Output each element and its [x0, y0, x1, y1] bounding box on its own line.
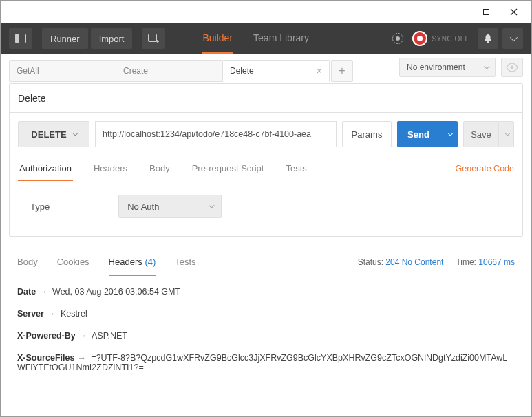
new-window-button[interactable]: [142, 28, 165, 49]
import-button[interactable]: Import: [91, 28, 133, 49]
sync-label: SYNC OFF: [432, 35, 469, 43]
response-header-row: X-Powered-By→ ASP.NET: [17, 331, 515, 341]
tab-getall[interactable]: GetAll: [9, 60, 116, 82]
environment-quicklook-button[interactable]: [501, 58, 523, 77]
response-time: Time: 10667 ms: [456, 257, 515, 267]
nav-team-library[interactable]: Team Library: [253, 23, 309, 54]
tab-label: GetAll: [17, 66, 39, 76]
panel-icon: [15, 34, 26, 43]
window-minimize-button[interactable]: [445, 2, 472, 21]
window-maximize-button[interactable]: [472, 2, 500, 21]
eye-icon: [506, 63, 518, 72]
sync-status-icon[interactable]: [412, 31, 427, 46]
tab-label: Create: [123, 66, 148, 76]
bell-icon: [483, 34, 493, 43]
params-button[interactable]: Params: [342, 121, 392, 147]
response-header-row: X-SourceFiles→ =?UTF-8?B?QzpcdG1wXFRvZG9…: [17, 353, 515, 372]
tab-label: Delete: [230, 66, 254, 76]
response-header-row: Server→ Kestrel: [17, 309, 515, 319]
svg-rect-6: [149, 34, 157, 42]
chevron-down-icon: [209, 202, 214, 208]
response-headers-list: Date→ Wed, 03 Aug 2016 03:06:54 GMTServe…: [9, 276, 523, 396]
subtab-authorization[interactable]: Authorization: [18, 156, 73, 181]
subtab-headers[interactable]: Headers: [92, 156, 129, 181]
response-tab-headers[interactable]: Headers (4): [109, 248, 156, 276]
response-tab-headers-label: Headers: [109, 257, 142, 267]
settings-dropdown[interactable]: [502, 28, 523, 49]
response-tab-tests[interactable]: Tests: [175, 248, 195, 276]
chevron-down-icon: [447, 130, 453, 136]
send-button[interactable]: Send: [397, 121, 440, 147]
send-dropdown[interactable]: [440, 121, 458, 147]
subtab-body[interactable]: Body: [148, 156, 171, 181]
interceptor-icon[interactable]: [387, 28, 408, 49]
notifications-button[interactable]: [478, 28, 498, 49]
tab-close-button[interactable]: ×: [317, 65, 322, 76]
http-method-label: DELETE: [31, 129, 66, 140]
http-method-select[interactable]: DELETE: [18, 121, 89, 147]
save-button[interactable]: Save: [463, 121, 499, 147]
runner-button[interactable]: Runner: [42, 28, 88, 49]
environment-label: No environment: [407, 63, 465, 72]
tab-delete[interactable]: Delete ×: [222, 60, 330, 82]
save-dropdown[interactable]: [499, 121, 514, 147]
svg-rect-5: [16, 34, 19, 43]
tab-create[interactable]: Create: [116, 60, 223, 82]
response-tab-body[interactable]: Body: [17, 248, 38, 276]
response-status: Status: 204 No Content: [358, 257, 444, 267]
url-input[interactable]: [95, 121, 337, 147]
subtab-tests[interactable]: Tests: [284, 156, 308, 181]
request-name[interactable]: Delete: [10, 84, 522, 113]
svg-point-12: [511, 66, 514, 70]
auth-type-select[interactable]: No Auth: [118, 195, 222, 218]
response-header-row: Date→ Wed, 03 Aug 2016 03:06:54 GMT: [17, 287, 515, 297]
tab-add-button[interactable]: +: [331, 60, 353, 82]
response-tab-cookies[interactable]: Cookies: [57, 248, 89, 276]
chevron-down-icon: [72, 130, 78, 136]
chevron-down-icon: [484, 63, 489, 69]
environment-select[interactable]: No environment: [399, 58, 496, 77]
window-close-button[interactable]: [500, 2, 527, 21]
auth-type-label: Type: [30, 202, 50, 212]
auth-type-value: No Auth: [127, 202, 159, 212]
subtab-prerequest[interactable]: Pre-request Script: [191, 156, 266, 181]
response-headers-count: (4): [145, 257, 156, 267]
nav-builder[interactable]: Builder: [202, 23, 233, 54]
window-plus-icon: [148, 34, 159, 43]
svg-rect-1: [483, 9, 489, 14]
svg-point-11: [487, 41, 489, 43]
generate-code-link[interactable]: Generate Code: [456, 156, 514, 181]
svg-point-10: [396, 36, 400, 41]
chevron-down-icon: [504, 130, 510, 136]
toggle-sidebar-button[interactable]: [9, 28, 32, 49]
